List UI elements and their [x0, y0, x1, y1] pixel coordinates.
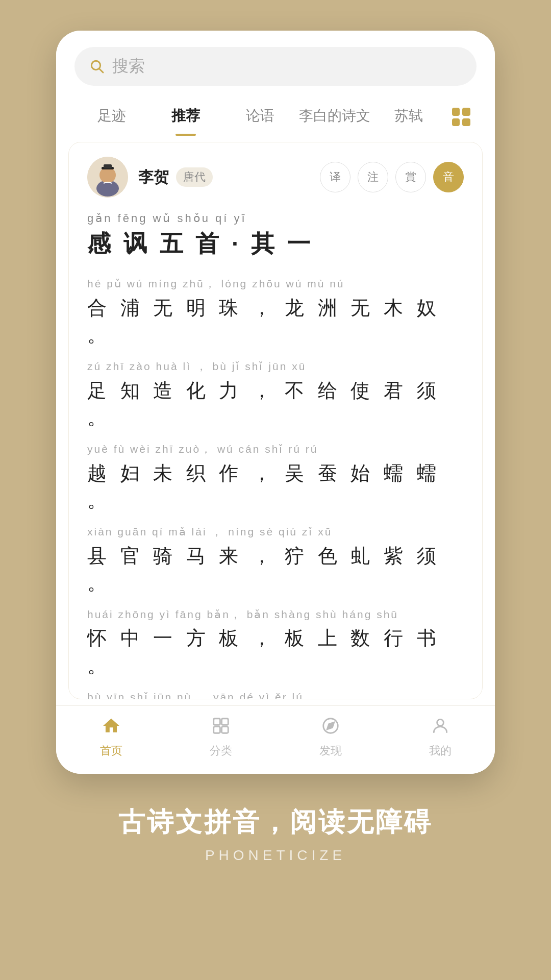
- poem-title-pinyin: gǎn fěng wǔ shǒu qí yī: [87, 212, 464, 225]
- category-icon: [211, 716, 231, 740]
- home-icon: [102, 716, 121, 740]
- nav-category-label: 分类: [210, 743, 232, 758]
- chinese-line-2: 足 知 造 化 力 ， 不 给 使 君 须 。: [87, 377, 464, 431]
- nav-discover[interactable]: 发现: [276, 716, 385, 758]
- nav-home-label: 首页: [100, 743, 122, 758]
- author-avatar-image: [87, 157, 128, 198]
- author-info: 李贺 唐代: [138, 167, 310, 188]
- search-input-container[interactable]: 搜索: [74, 47, 477, 86]
- tab-recommend[interactable]: 推荐: [149, 98, 223, 136]
- poem-line-1: hé pǔ wú míng zhū， lóng zhōu wú mù nú 合 …: [87, 275, 464, 349]
- poem-line-6: bù yīn shǐ jūn nù ， yān dé yì ěr lú 不 因 …: [87, 689, 464, 699]
- nav-mine-label: 我的: [429, 743, 452, 758]
- audio-button[interactable]: 音: [433, 162, 464, 192]
- svg-rect-9: [213, 727, 220, 733]
- tagline-zh: 古诗文拼音，阅读无障碍: [118, 804, 433, 840]
- mine-icon: [431, 716, 450, 740]
- nav-mine[interactable]: 我的: [385, 716, 495, 758]
- svg-point-13: [437, 719, 443, 726]
- poem-line-3: yuè fù wèi zhī zuò， wú cán shǐ rú rú 越 妇…: [87, 440, 464, 514]
- chinese-line-5: 怀 中 一 方 板 ， 板 上 数 行 书 。: [87, 625, 464, 679]
- pinyin-line-5: huái zhōng yì fāng bǎn， bǎn shàng shù há…: [87, 606, 464, 623]
- pinyin-line-2: zú zhī zào huà lì ， bù jǐ shǐ jūn xū: [87, 358, 464, 375]
- svg-rect-7: [213, 719, 220, 725]
- svg-marker-12: [327, 722, 334, 729]
- tab-libai[interactable]: 李白的诗文: [297, 98, 372, 136]
- appreciate-button[interactable]: 賞: [395, 162, 426, 192]
- author-row: 李贺 唐代 译 注 賞 音: [87, 157, 464, 198]
- svg-rect-10: [221, 727, 228, 733]
- nav-category[interactable]: 分类: [166, 716, 276, 758]
- nav-tabs: 足迹 推荐 论语 李白的诗文 苏轼: [56, 94, 495, 136]
- pinyin-line-3: yuè fù wèi zhī zuò， wú cán shǐ rú rú: [87, 440, 464, 458]
- note-button[interactable]: 注: [358, 162, 388, 192]
- svg-rect-8: [221, 719, 228, 725]
- chinese-line-1: 合 浦 无 明 珠 ， 龙 洲 无 木 奴 。: [87, 295, 464, 349]
- grid-icon: [452, 108, 470, 126]
- pinyin-line-4: xiàn guān qí mǎ lái ， níng sè qiú zǐ xū: [87, 523, 464, 541]
- bottom-nav: 首页 分类 发现: [56, 705, 495, 774]
- poem-title-zh: 感 讽 五 首 · 其 一: [87, 228, 464, 260]
- tagline-area: 古诗文拼音，阅读无障碍 PHONETICIZE: [118, 774, 433, 904]
- author-name: 李贺: [138, 167, 169, 188]
- avatar: [87, 157, 128, 198]
- svg-line-1: [99, 69, 103, 72]
- nav-home[interactable]: 首页: [56, 716, 166, 758]
- poem-line-5: huái zhōng yì fāng bǎn， bǎn shàng shù há…: [87, 606, 464, 679]
- dynasty-badge: 唐代: [176, 167, 213, 187]
- search-icon: [89, 58, 105, 75]
- tab-sushi[interactable]: 苏轼: [371, 98, 446, 136]
- tagline-en: PHONETICIZE: [118, 847, 433, 864]
- action-buttons: 译 注 賞 音: [320, 162, 464, 192]
- chinese-line-4: 县 官 骑 马 来 ， 狞 色 虬 紫 须 。: [87, 543, 464, 597]
- poem-card: 李贺 唐代 译 注 賞 音 gǎn fěng wǔ shǒu qí yī 感 讽…: [68, 142, 483, 699]
- poem-line-2: zú zhī zào huà lì ， bù jǐ shǐ jūn xū 足 知…: [87, 358, 464, 431]
- nav-discover-label: 发现: [319, 743, 342, 758]
- chinese-line-3: 越 妇 未 织 作 ， 吴 蚕 始 蠕 蠕 。: [87, 460, 464, 514]
- grid-view-button[interactable]: [446, 102, 477, 132]
- poem-title-block: gǎn fěng wǔ shǒu qí yī 感 讽 五 首 · 其 一: [87, 212, 464, 260]
- search-placeholder: 搜索: [112, 55, 145, 78]
- discover-icon: [321, 716, 340, 740]
- tab-footprint[interactable]: 足迹: [74, 98, 149, 136]
- poem-lines: hé pǔ wú míng zhū， lóng zhōu wú mù nú 合 …: [87, 275, 464, 699]
- translate-button[interactable]: 译: [320, 162, 350, 192]
- search-bar: 搜索: [56, 31, 495, 94]
- pinyin-line-6: bù yīn shǐ jūn nù ， yān dé yì ěr lú: [87, 689, 464, 699]
- pinyin-line-1: hé pǔ wú míng zhū， lóng zhōu wú mù nú: [87, 275, 464, 292]
- phone-card: 搜索 足迹 推荐 论语 李白的诗文 苏轼: [56, 31, 495, 774]
- poem-line-4: xiàn guān qí mǎ lái ， níng sè qiú zǐ xū …: [87, 523, 464, 597]
- tab-analects[interactable]: 论语: [223, 98, 297, 136]
- svg-rect-6: [104, 164, 112, 168]
